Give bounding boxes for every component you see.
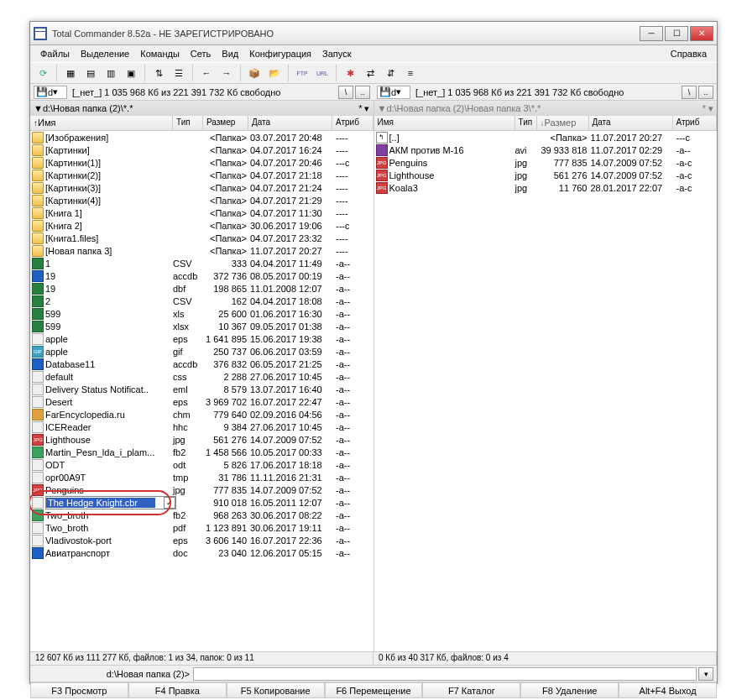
file-row[interactable]: [Книга 2]<Папка>30.06.2017 19:06---c [30, 219, 374, 232]
file-row[interactable]: [Новая папка 3]<Папка>11.07.2017 20:27--… [30, 244, 374, 257]
col-attr-r[interactable]: Атриб [673, 116, 718, 130]
file-row[interactable]: ↰[..]<Папка>11.07.2017 20:27---c [374, 131, 718, 144]
file-row[interactable]: Two_brothfb2968 26330.06.2017 08:22-a-- [30, 509, 374, 521]
col-ext-r[interactable]: Тип [515, 116, 537, 130]
col-attr[interactable]: Атриб [332, 116, 374, 130]
menu-commands[interactable]: Команды [135, 47, 185, 60]
file-row[interactable]: appleeps1 641 89515.06.2017 19:38-a-- [30, 332, 374, 345]
file-row[interactable]: 19dbf198 86511.01.2008 12:07-a-- [30, 282, 374, 295]
back-icon[interactable]: ← [197, 64, 216, 82]
file-row[interactable]: [Картинки(1)]<Папка>04.07.2017 20:46---c [30, 156, 374, 169]
pathbar-right[interactable]: ▼d:\Новая папка (2)\Новая папка 3\*.* * … [374, 101, 718, 116]
minimize-button[interactable]: ─ [640, 26, 663, 41]
compare-icon[interactable]: ≡ [401, 64, 420, 82]
root-button-right[interactable]: \ [682, 86, 697, 99]
file-row[interactable]: defaultcss2 28827.06.2017 10:45-a-- [30, 370, 374, 383]
menu-view[interactable]: Вид [217, 47, 243, 60]
fav-icon[interactable]: * ▾ [358, 103, 369, 114]
file-row[interactable]: JPGLighthousejpg561 27614.07.2009 07:52-… [374, 169, 718, 181]
filter-icon[interactable]: ☰ [170, 64, 188, 82]
url-icon[interactable]: URL [313, 64, 332, 82]
file-row[interactable]: Deserteps3 969 70216.07.2017 22:47-a-- [30, 395, 374, 408]
fn-f8[interactable]: F8 Удаление [520, 682, 619, 698]
file-row[interactable]: Two_brothpdf1 123 89130.06.2017 19:11-a-… [30, 521, 374, 534]
file-row[interactable]: JPGLighthousejpg561 27614.07.2009 07:52-… [30, 433, 374, 446]
pack-icon[interactable]: 📦 [245, 64, 264, 82]
file-row[interactable]: JPGPenguinsjpg777 83514.07.2009 07:52-a-… [30, 483, 374, 496]
view-tree-icon[interactable]: ▣ [122, 64, 140, 82]
file-row[interactable]: Delivery Status Notificat..eml8 57913.07… [30, 383, 374, 395]
rename-checkbox[interactable]: ✓ [164, 497, 175, 509]
view-details-icon[interactable]: ▥ [102, 64, 120, 82]
col-ext[interactable]: Тип [173, 116, 203, 130]
fav-icon-right[interactable]: * ▾ [703, 103, 713, 114]
file-row[interactable]: АКМ против М-16avi39 933 81811.07.2017 0… [374, 144, 718, 156]
sync-icon[interactable]: ⇵ [381, 64, 400, 82]
up-button-right[interactable]: .. [698, 86, 713, 99]
ftp-icon[interactable]: FTP [293, 64, 311, 82]
file-row[interactable]: JPGPenguinsjpg777 83514.07.2009 07:52-a-… [374, 156, 718, 169]
view-brief-icon[interactable]: ▤ [81, 64, 100, 82]
file-row[interactable]: JPGKoala3jpg11 76028.01.2017 22:07-a-c [374, 181, 718, 194]
maximize-button[interactable]: ☐ [665, 26, 688, 41]
root-button-left[interactable]: \ [338, 86, 353, 99]
fn-f3[interactable]: F3 Просмотр [30, 682, 128, 698]
filelist-left[interactable]: ✓ [Изображения]<Папка>03.07.2017 20:48--… [30, 131, 374, 651]
col-date-r[interactable]: Дата [589, 116, 673, 130]
up-button-left[interactable]: .. [355, 86, 370, 99]
fn-f5[interactable]: F5 Копирование [227, 682, 325, 698]
file-row[interactable]: Database11accdb376 83206.05.2017 21:25-a… [30, 358, 374, 370]
col-date[interactable]: Дата [248, 116, 332, 130]
drive-select-left[interactable]: 💾d ▾ [34, 86, 67, 99]
fn-altf4[interactable]: Alt+F4 Выход [619, 682, 717, 698]
file-row[interactable]: 2CSV16204.04.2017 18:08-a-- [30, 295, 374, 307]
unpack-icon[interactable]: 📂 [265, 64, 284, 82]
drive-select-right[interactable]: 💾d ▾ [377, 86, 410, 99]
cmd-dropdown[interactable]: ▾ [698, 667, 713, 681]
file-row[interactable]: [Картинки(2)]<Папка>04.07.2017 21:18---- [30, 169, 374, 181]
file-row[interactable]: opr00A9Ttmp31 78611.11.2016 21:31-a-- [30, 471, 374, 483]
rename-input[interactable] [46, 498, 155, 508]
fn-f4[interactable]: F4 Правка [128, 682, 227, 698]
file-row[interactable]: [Книга 1]<Папка>04.07.2017 11:30---- [30, 206, 374, 219]
sort-icon[interactable]: ⇅ [149, 64, 168, 82]
close-button[interactable]: ✕ [690, 26, 713, 41]
file-row[interactable]: 599xlsx10 36709.05.2017 01:38-a-- [30, 320, 374, 332]
file-row[interactable]: 1CSV33304.04.2017 11:49-a-- [30, 257, 374, 269]
file-row[interactable]: 599xls25 60001.06.2017 16:30-a-- [30, 307, 374, 320]
file-row[interactable]: 19accdb372 73608.05.2017 00:19-a-- [30, 269, 374, 282]
forward-icon[interactable]: → [217, 64, 236, 82]
fn-f6[interactable]: F6 Перемещение [325, 682, 423, 698]
file-row[interactable]: [Картинки]<Папка>04.07.2017 16:24---- [30, 144, 374, 156]
file-row[interactable]: FarEncyclopedia.ruchm779 64002.09.2016 0… [30, 408, 374, 421]
filelist-right[interactable]: ↰[..]<Папка>11.07.2017 20:27---cАКМ прот… [374, 131, 718, 651]
file-row[interactable]: ICEReaderhhc9 38427.06.2017 10:45-a-- [30, 421, 374, 433]
file-row[interactable]: [Картинки(3)]<Папка>04.07.2017 21:24---- [30, 181, 374, 194]
search-icon[interactable]: ✱ [341, 64, 359, 82]
file-row[interactable]: [Картинки(4)]<Папка>04.07.2017 21:29---- [30, 194, 374, 206]
menu-files[interactable]: Файлы [35, 47, 75, 60]
menu-config[interactable]: Конфигурация [244, 47, 316, 60]
fn-f7[interactable]: F7 Каталог [422, 682, 520, 698]
cmd-input[interactable] [193, 667, 697, 681]
file-row[interactable]: Martin_Pesn_lda_i_plam...fb21 458 56610.… [30, 446, 374, 458]
file-row[interactable]: Vladivostok-porteps3 606 14016.07.2017 2… [30, 534, 374, 546]
menu-net[interactable]: Сеть [185, 47, 216, 60]
menu-start[interactable]: Запуск [317, 47, 356, 60]
refresh-icon[interactable]: ⟳ [34, 64, 52, 82]
multirename-icon[interactable]: ⇄ [361, 64, 379, 82]
menu-help[interactable]: Справка [666, 47, 712, 60]
file-row[interactable]: ODTodt5 82617.06.2017 18:18-a-- [30, 458, 374, 471]
pathbar-left[interactable]: ▼d:\Новая папка (2)\*.* * ▾ [30, 101, 374, 116]
file-row[interactable]: GIFapplegif250 73706.06.2017 03:59-a-- [30, 345, 374, 358]
col-name-r[interactable]: Имя [374, 116, 515, 130]
file-row[interactable]: [Изображения]<Папка>03.07.2017 20:48---- [30, 131, 374, 144]
col-size[interactable]: Размер [203, 116, 248, 130]
menu-selection[interactable]: Выделение [76, 47, 134, 60]
col-name[interactable]: ↑Имя [30, 116, 173, 130]
col-size-r[interactable]: ↓Размер [537, 116, 589, 130]
file-row[interactable]: [Книга1.files]<Папка>04.07.2017 23:32---… [30, 232, 374, 244]
rename-inline-edit[interactable]: ✓ [45, 496, 176, 509]
file-row[interactable]: Авиатранспортdoc23 04012.06.2017 05:15-a… [30, 546, 374, 559]
view-list-icon[interactable]: ▦ [61, 64, 80, 82]
